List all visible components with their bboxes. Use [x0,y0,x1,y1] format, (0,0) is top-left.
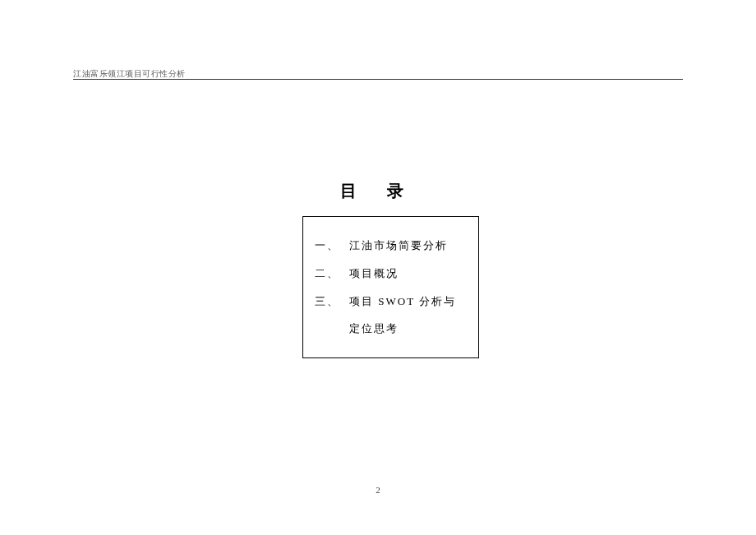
toc-item-number: 一、 [315,232,349,260]
toc-item-text: 项目 SWOT 分析与定位思考 [349,288,467,344]
toc-box: 一、 江油市场简要分析 二、 项目概况 三、 项目 SWOT 分析与定位思考 [302,216,479,358]
toc-item: 二、 项目概况 [315,260,467,288]
toc-title: 目 录 [0,180,756,202]
page-number: 2 [0,485,756,495]
page-header-text: 江油富乐领江项目可行性分析 [73,68,186,80]
header-rule [73,79,683,80]
toc-item-text: 江油市场简要分析 [349,232,448,260]
toc-item: 一、 江油市场简要分析 [315,232,467,260]
toc-item-number: 二、 [315,260,349,288]
toc-item: 三、 项目 SWOT 分析与定位思考 [315,288,467,344]
toc-item-text: 项目概况 [349,260,399,288]
toc-item-number: 三、 [315,288,349,344]
